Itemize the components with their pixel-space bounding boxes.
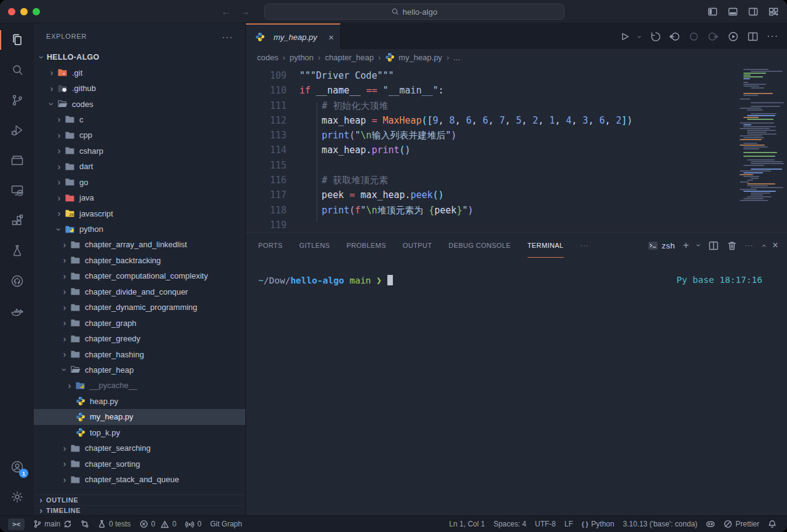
status-encoding[interactable]: UTF-8 [531,520,560,528]
status-branch[interactable]: main [29,520,76,528]
kill-terminal-icon[interactable] [727,240,737,251]
activity-project-manager-icon[interactable] [0,146,34,175]
panel-tab-gitlens[interactable]: GITLENS [299,233,330,258]
status-tests[interactable]: 0 tests [93,520,135,528]
status-copilot[interactable] [702,520,719,528]
status-ports[interactable]: 0 [181,520,206,528]
activity-docker-icon[interactable] [0,297,34,325]
more-icon[interactable]: ··· [745,242,754,249]
status-indentation[interactable]: Spaces: 4 [489,520,531,528]
nav-back-icon[interactable]: ← [221,6,231,17]
minimize-button[interactable] [20,8,28,15]
close-panel-icon[interactable]: × [772,240,778,251]
section-outline[interactable]: ›OUTLINE [34,494,245,505]
tree-item-chapter_array_and_linkedlist[interactable]: ›chapter_array_and_linkedlist [34,237,245,252]
tree-item-chapter_divide_and_conquer[interactable]: ›chapter_divide_and_conquer [34,284,245,300]
status-remote[interactable]: >< [4,518,29,530]
status-compare[interactable] [76,520,93,528]
panel-tab-output[interactable]: OUTPUT [403,233,432,258]
code-line-112[interactable]: 112 max_heap = MaxHeap([9, 8, 6, 6, 7, 5… [246,113,787,128]
tree-item-chapter_backtracking[interactable]: ›chapter_backtracking [34,253,245,268]
tree-item-__pycache__[interactable]: ›__pycache__ [34,378,245,393]
status-language-mode[interactable]: { }Python [577,520,619,528]
status-cursor-position[interactable]: Ln 1, Col 1 [445,520,489,528]
section-timeline[interactable]: ›TIMELINE [34,505,245,515]
run-icon[interactable] [619,31,630,42]
nav-forward-icon[interactable]: → [240,6,250,17]
toggle-secondary-sidebar-icon[interactable] [748,7,758,17]
change-icon[interactable] [688,31,700,42]
settings-gear-icon[interactable] [0,483,34,511]
zoom-button[interactable] [33,8,40,15]
explorer-more-icon[interactable]: ··· [222,31,233,42]
breadcrumb-item[interactable]: chapter_heap [325,53,374,62]
tree-item-chapter_stack_and_queue[interactable]: ›chapter_stack_and_queue [34,472,245,487]
split-terminal-icon[interactable] [708,240,719,251]
panel-tabs-overflow-icon[interactable]: ··· [580,233,589,258]
tree-item-HELLO-ALGO[interactable]: ›HELLO-ALGO [34,49,245,65]
breadcrumb-item[interactable]: python [290,53,314,62]
code-line-117[interactable]: 117 peek = max_heap.peek() [246,188,787,202]
panel-tab-ports[interactable]: PORTS [258,233,283,258]
tree-item-chapter_heap[interactable]: ›chapter_heap [34,362,245,378]
tree-item-codes[interactable]: ›codes [34,96,245,111]
panel-tab-problems[interactable]: PROBLEMS [347,233,386,258]
terminal[interactable]: ~/Dow/hello-algo main ❯ Py base 18:17:16 [246,258,787,515]
previous-change-icon[interactable] [668,31,680,42]
maximize-panel-icon[interactable]: › [762,241,765,250]
tree-item-chapter_hashing[interactable]: ›chapter_hashing [34,346,245,362]
tree-item-my_heap.py[interactable]: my_heap.py [34,409,245,424]
status-prettier[interactable]: Prettier [719,520,764,528]
status-git-graph[interactable]: Git Graph [206,520,247,528]
activity-testing-icon[interactable] [0,237,34,265]
toggle-primary-sidebar-icon[interactable] [708,7,718,17]
terminal-dropdown-icon[interactable]: › [697,241,700,250]
tree-item-c[interactable]: ›c [34,112,245,127]
new-terminal-icon[interactable]: + [683,239,689,252]
tree-item-heap.py[interactable]: heap.py [34,394,245,409]
close-button[interactable] [8,8,15,15]
code-line-115[interactable]: 115 [246,158,787,173]
activity-search-icon[interactable] [0,56,34,84]
code-line-119[interactable]: 119 [246,218,787,232]
status-problems[interactable]: 00 [135,520,181,528]
tree-item-go[interactable]: ›go [34,175,245,190]
code-line-110[interactable]: 110if __name__ == "__main__": [246,83,787,98]
tree-item-chapter_searching[interactable]: ›chapter_searching [34,440,245,456]
tree-item-cpp[interactable]: ›cpp [34,127,245,143]
run-dropdown-icon[interactable]: › [638,31,641,42]
tree-item-chapter_greedy[interactable]: ›chapter_greedy [34,331,245,346]
tree-item-java[interactable]: ›java [34,190,245,205]
accounts-icon[interactable]: 1 [0,453,34,481]
panel-tab-debug-console[interactable]: DEBUG CONSOLE [449,233,511,258]
code-line-118[interactable]: 118 print(f"\n堆顶元素为 {peek}") [246,203,787,218]
code-line-109[interactable]: 109"""Driver Code""" [246,68,787,83]
activity-github-icon[interactable] [0,267,34,295]
timeline-icon[interactable] [649,31,660,42]
tree-item-csharp[interactable]: ›csharp [34,143,245,159]
activity-extensions-icon[interactable] [0,207,34,235]
activity-source-control-icon[interactable] [0,86,34,114]
breadcrumb-item[interactable]: ... [453,53,460,62]
tree-item-.github[interactable]: ›.github [34,81,245,96]
activity-explorer-icon[interactable] [0,26,34,54]
status-notifications[interactable] [764,520,781,528]
tab-my_heap[interactable]: my_heap.py × [246,23,341,49]
customize-layout-icon[interactable] [769,7,778,17]
more-actions-icon[interactable]: ··· [767,31,778,42]
tree-item-chapter_graph[interactable]: ›chapter_graph [34,315,245,330]
toggle-panel-icon[interactable] [728,7,738,17]
code-line-114[interactable]: 114 max_heap.print() [246,143,787,157]
tree-item-.git[interactable]: ›.git [34,65,245,80]
tree-item-chapter_dynamic_programming[interactable]: ›chapter_dynamic_programming [34,300,245,315]
code-line-116[interactable]: 116 # 获取堆顶元素 [246,173,787,188]
run-interactive-icon[interactable] [727,31,739,42]
tree-item-chapter_computational_complexity[interactable]: ›chapter_computational_complexity [34,268,245,284]
activity-remote-explorer-icon[interactable] [0,177,34,205]
next-change-icon[interactable] [708,31,719,42]
command-center-search[interactable]: hello-algo [264,4,564,20]
tree-item-dart[interactable]: ›dart [34,159,245,174]
code-editor[interactable]: 109"""Driver Code"""110if __name__ == "_… [246,65,787,232]
tree-item-top_k.py[interactable]: top_k.py [34,425,245,440]
breadcrumb-item[interactable]: codes [257,53,279,62]
